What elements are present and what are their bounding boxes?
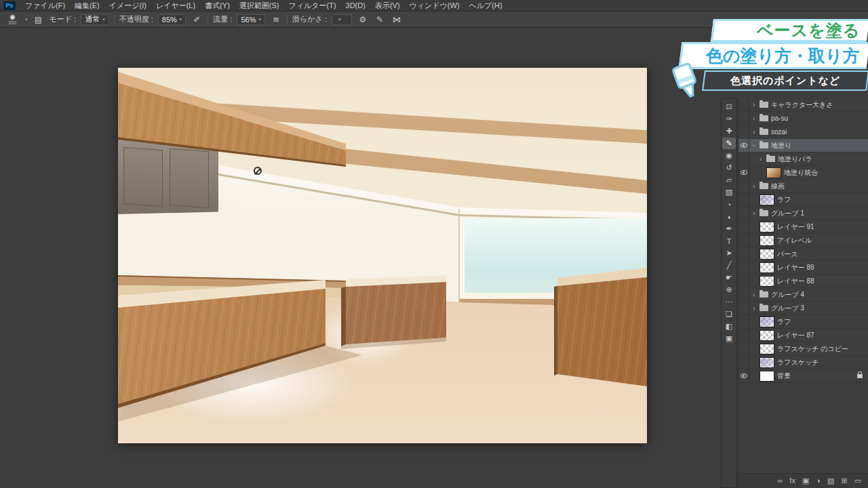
- expand-arrow[interactable]: ›: [758, 155, 764, 163]
- layer-group-row[interactable]: ›地塗り: [738, 139, 868, 152]
- airbrush-icon[interactable]: ≋: [270, 15, 282, 24]
- layer-row[interactable]: レイヤー 89: [738, 261, 868, 274]
- eraser-tool[interactable]: ▱: [722, 174, 736, 186]
- visibility-toggle[interactable]: [738, 342, 749, 355]
- brush-preset-picker[interactable]: 200: [4, 14, 20, 25]
- smoothing-options-gear-icon[interactable]: ⚙: [357, 15, 369, 24]
- layer-thumbnail[interactable]: [760, 249, 774, 260]
- path-selection-tool[interactable]: ➤: [722, 247, 736, 259]
- visibility-toggle[interactable]: [738, 369, 749, 382]
- type-tool[interactable]: T: [722, 235, 736, 247]
- clone-stamp-tool[interactable]: ◉: [722, 150, 736, 161]
- expand-arrow[interactable]: ›: [751, 101, 757, 108]
- pressure-size-icon[interactable]: ✎: [374, 15, 386, 24]
- spot-healing-brush-tool[interactable]: ✚: [722, 125, 736, 137]
- blur-tool[interactable]: ◔: [722, 199, 736, 210]
- visibility-toggle[interactable]: [738, 234, 749, 247]
- layer-thumbnail[interactable]: [760, 222, 774, 232]
- opacity-select[interactable]: 85%▾: [158, 14, 186, 25]
- expand-arrow[interactable]: ›: [751, 128, 757, 136]
- layer-row[interactable]: アイレベル: [738, 234, 868, 247]
- layer-thumbnail[interactable]: [760, 357, 774, 368]
- layer-group-row[interactable]: ›キャラクター大きさ: [738, 98, 868, 112]
- screen-mode[interactable]: ▣: [722, 333, 736, 344]
- paint-symmetry-icon[interactable]: ⋈: [391, 15, 403, 24]
- quick-mask-mode[interactable]: ◧: [722, 321, 736, 332]
- layer-thumbnail[interactable]: [760, 195, 774, 205]
- layer-row[interactable]: レイヤー 91: [738, 220, 868, 234]
- layer-group-row[interactable]: ›地塗りバラ: [738, 152, 868, 166]
- document-canvas[interactable]: [118, 68, 647, 443]
- link-layers-icon[interactable]: ∞: [778, 477, 783, 485]
- pressure-opacity-icon[interactable]: ✐: [191, 15, 203, 24]
- gradient-tool[interactable]: ▨: [722, 186, 736, 198]
- visibility-toggle[interactable]: [738, 220, 749, 233]
- layer-thumbnail[interactable]: [766, 167, 781, 178]
- brush-settings-panel-toggle-icon[interactable]: ▤: [33, 15, 45, 24]
- pen-tool[interactable]: ✒: [722, 223, 736, 235]
- expand-arrow[interactable]: ›: [751, 182, 757, 190]
- menu-item-1[interactable]: 編集(E): [70, 0, 104, 12]
- visibility-toggle[interactable]: [738, 98, 749, 111]
- eyedropper-tool[interactable]: ✑: [722, 113, 736, 125]
- smoothing-select[interactable]: ▾: [332, 14, 352, 25]
- foreground-background-colors[interactable]: ❏: [722, 308, 736, 320]
- layer-thumbnail[interactable]: [760, 371, 774, 382]
- visibility-toggle[interactable]: [738, 356, 749, 369]
- flow-select[interactable]: 56%▾: [237, 14, 265, 25]
- brush-tool[interactable]: ✎: [722, 138, 736, 149]
- layer-thumbnail[interactable]: [760, 344, 774, 354]
- layer-thumbnail[interactable]: [760, 262, 774, 273]
- adjustment-layer-icon[interactable]: ◑: [816, 477, 821, 485]
- expand-arrow[interactable]: ›: [751, 304, 757, 312]
- new-group-icon[interactable]: ▧: [827, 477, 834, 485]
- line-tool[interactable]: ╱: [722, 260, 736, 271]
- visibility-toggle[interactable]: [738, 193, 749, 206]
- visibility-toggle[interactable]: [738, 274, 749, 287]
- layer-row[interactable]: 背景: [738, 369, 868, 383]
- visibility-toggle[interactable]: [738, 261, 749, 274]
- hand-tool[interactable]: ☛: [722, 272, 736, 283]
- layer-group-row[interactable]: ›sozai: [738, 125, 868, 139]
- visibility-toggle[interactable]: [738, 152, 749, 165]
- menu-item-5[interactable]: 選択範囲(S): [235, 0, 284, 12]
- layer-row[interactable]: ラフ: [738, 193, 868, 207]
- menu-item-8[interactable]: 表示(V): [370, 0, 405, 12]
- chevron-down-icon[interactable]: ▾: [25, 17, 28, 22]
- layer-row[interactable]: 地塗り統合: [738, 166, 868, 180]
- visibility-toggle[interactable]: [738, 139, 749, 152]
- visibility-toggle[interactable]: [738, 207, 749, 220]
- layer-group-row[interactable]: ›グループ 3: [738, 302, 868, 315]
- menu-item-3[interactable]: レイヤー(L): [151, 0, 200, 12]
- blend-mode-select[interactable]: 通常▾: [81, 14, 109, 25]
- history-brush-tool[interactable]: ↺: [722, 162, 736, 174]
- visibility-toggle[interactable]: [738, 315, 749, 328]
- new-layer-icon[interactable]: ⊞: [841, 477, 847, 485]
- layer-row[interactable]: レイヤー 88: [738, 274, 868, 288]
- visibility-toggle[interactable]: [738, 302, 749, 314]
- crop-tool[interactable]: ⊡: [722, 101, 736, 113]
- zoom-tool[interactable]: ⊕: [722, 284, 736, 296]
- add-layer-mask-icon[interactable]: ▣: [802, 477, 809, 485]
- visibility-toggle[interactable]: [738, 247, 749, 260]
- layer-row[interactable]: レイヤー 87: [738, 329, 868, 342]
- menu-item-4[interactable]: 書式(Y): [200, 0, 235, 12]
- layer-group-row[interactable]: ›グループ 4: [738, 288, 868, 302]
- expand-arrow[interactable]: ›: [751, 115, 757, 122]
- layer-thumbnail[interactable]: [760, 276, 774, 287]
- layer-thumbnail[interactable]: [760, 235, 774, 246]
- menu-item-9[interactable]: ウィンドウ(W): [405, 0, 465, 12]
- delete-layer-icon[interactable]: ▭: [854, 477, 861, 485]
- menu-item-10[interactable]: ヘルプ(H): [465, 0, 507, 12]
- layer-group-row[interactable]: ›pa-su: [738, 112, 868, 125]
- menu-item-6[interactable]: フィルター(T): [283, 0, 340, 12]
- edit-toolbar-icon[interactable]: ⋯: [722, 296, 736, 308]
- menu-item-7[interactable]: 3D(D): [341, 0, 370, 12]
- dodge-tool[interactable]: ◖: [722, 211, 736, 222]
- expand-arrow[interactable]: ›: [751, 291, 757, 298]
- visibility-toggle[interactable]: [738, 180, 749, 192]
- layer-row[interactable]: ラフ: [738, 315, 868, 329]
- layer-row[interactable]: ラフスケッチ: [738, 356, 868, 369]
- visibility-toggle[interactable]: [738, 329, 749, 342]
- layer-group-row[interactable]: ›線画: [738, 180, 868, 193]
